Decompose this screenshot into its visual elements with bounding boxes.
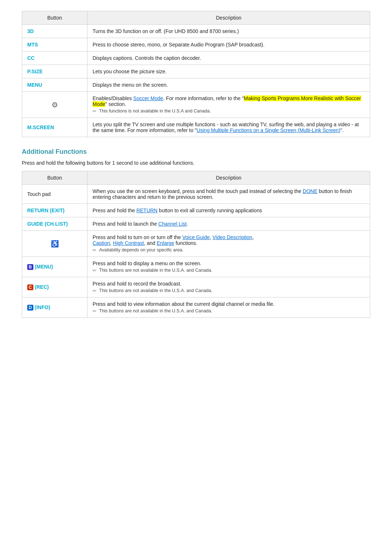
cell-description: Lets you choose the picture size.	[87, 65, 370, 78]
intro-text: Press and hold the following buttons for…	[22, 160, 370, 166]
c-button: C	[27, 284, 33, 290]
soccer-mode-link[interactable]: Soccer Mode	[133, 95, 163, 101]
button-label: M.SCREEN	[27, 124, 54, 130]
cell-description: When you use the on screen keyboard, pre…	[87, 185, 370, 204]
return-link[interactable]: RETURN	[136, 208, 158, 213]
button-label: 3D	[27, 28, 34, 34]
menu-label: (MENU)	[35, 264, 53, 270]
note-icon: ✏	[93, 108, 97, 114]
table-row: M.SCREEN Lets you split the TV screen an…	[22, 118, 370, 137]
table-row: MENU Displays the menu on the screen.	[22, 78, 370, 92]
accessibility-icon: ♿	[51, 240, 59, 248]
note-icon: ✏	[93, 308, 97, 314]
note-text: This buttons are not available in the U.…	[99, 268, 212, 273]
note-text: This functions is not available in the U…	[99, 108, 211, 114]
table-row: CC Displays captions. Controls the capti…	[22, 52, 370, 65]
button-label: MENU	[27, 82, 42, 88]
table-row: D (INFO) Press and hold to view informat…	[22, 297, 370, 318]
button-label: P.SIZE	[27, 69, 43, 74]
table-row: ♿ Press and hold to turn on or turn off …	[22, 231, 370, 257]
cell-description: Press and hold to record the broadcast. …	[87, 277, 370, 297]
table-buttons-2: Button Description Touch pad When you us…	[22, 171, 370, 318]
note-text: This buttons are not available in the U.…	[99, 308, 212, 313]
table-row: MTS Press to choose stereo, mono, or Sep…	[22, 38, 370, 52]
table-row: ⚙ Enables/Disables Soccer Mode. For more…	[22, 92, 370, 118]
table-row: P.SIZE Lets you choose the picture size.	[22, 65, 370, 78]
note-icon: ✏	[93, 288, 97, 294]
info-label: (INFO)	[35, 304, 50, 310]
note-text: Availability depends on your specific ar…	[99, 247, 184, 253]
table-row: B (MENU) Press and hold to display a men…	[22, 257, 370, 277]
video-description-link[interactable]: Video Description	[213, 234, 252, 240]
table-row: C (REC) Press and hold to record the bro…	[22, 277, 370, 297]
button-label: RETURN (EXIT)	[27, 208, 65, 213]
cell-description: Lets you split the TV screen and use mul…	[87, 118, 370, 137]
rec-label: (REC)	[35, 284, 49, 290]
table-row: RETURN (EXIT) Press and hold the RETURN …	[22, 204, 370, 217]
col-header-button-2: Button	[22, 171, 87, 185]
note-icon: ✏	[93, 247, 97, 253]
table-row: Touch pad When you use the on screen key…	[22, 185, 370, 204]
table-row: GUIDE (CH.LIST) Press and hold to launch…	[22, 217, 370, 231]
button-cell: C (REC)	[22, 277, 87, 297]
cell-description: Enables/Disables Soccer Mode. For more i…	[87, 92, 370, 118]
button-label: GUIDE (CH.LIST)	[27, 221, 68, 227]
note-text: This buttons are not available in the U.…	[99, 288, 212, 293]
button-cell: Touch pad	[22, 185, 87, 204]
channel-list-link[interactable]: Channel List	[158, 221, 187, 227]
cell-description: Press and hold to view information about…	[87, 297, 370, 318]
cell-description: Displays captions. Controls the caption …	[87, 52, 370, 65]
cell-description: Turns the 3D function on or off. (For UH…	[87, 25, 370, 38]
caption-link[interactable]: Caption	[93, 240, 110, 246]
b-button: B	[27, 264, 33, 270]
cell-description: Displays the menu on the screen.	[87, 78, 370, 92]
enlarge-link[interactable]: Enlarge	[157, 240, 174, 246]
gear-icon: ⚙	[52, 100, 58, 109]
col-header-description-1: Description	[87, 11, 370, 25]
done-link[interactable]: DONE	[303, 188, 317, 194]
button-cell: D (INFO)	[22, 297, 87, 318]
button-label: MTS	[27, 42, 38, 48]
cell-description: Press and hold to display a menu on the …	[87, 257, 370, 277]
table-buttons-1: Button Description 3D Turns the 3D funct…	[22, 11, 370, 137]
multi-screen-link[interactable]: Using Multiple Functions on a Single Scr…	[197, 127, 340, 133]
cell-description: Press and hold to turn on or turn off th…	[87, 231, 370, 257]
cell-description: Press to choose stereo, mono, or Separat…	[87, 38, 370, 52]
cell-description: Press and hold the RETURN button to exit…	[87, 204, 370, 217]
d-button: D	[27, 305, 33, 311]
col-header-button-1: Button	[22, 11, 87, 25]
note-icon: ✏	[93, 268, 97, 273]
section-title: Additional Functions	[22, 148, 370, 156]
additional-functions-section: Additional Functions Press and hold the …	[22, 148, 370, 166]
cell-description: Press and hold to launch the Channel Lis…	[87, 217, 370, 231]
highlight-text: Making Sports Programs More Realistic wi…	[93, 95, 361, 107]
button-label: CC	[27, 55, 34, 61]
button-cell: B (MENU)	[22, 257, 87, 277]
voice-guide-link[interactable]: Voice Guide	[182, 234, 210, 240]
high-contrast-link[interactable]: High Contrast	[113, 240, 144, 246]
col-header-description-2: Description	[87, 171, 370, 185]
table-row: 3D Turns the 3D function on or off. (For…	[22, 25, 370, 38]
